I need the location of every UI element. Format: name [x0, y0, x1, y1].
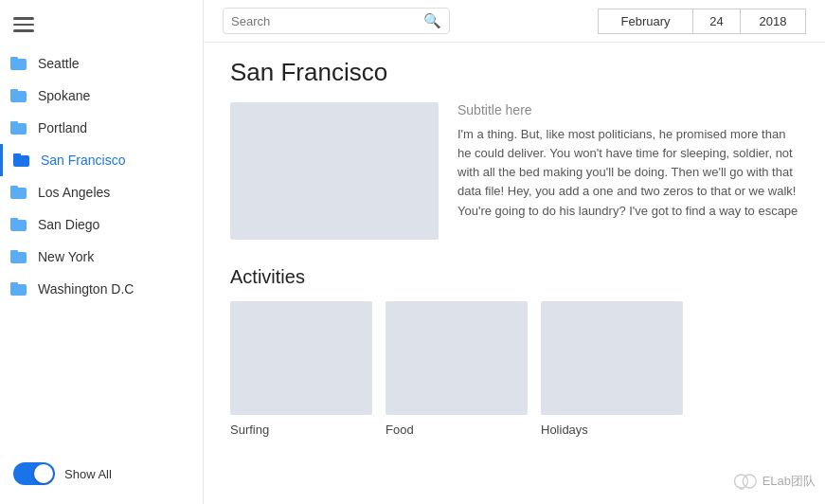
- sidebar-item-label: Seattle: [38, 56, 80, 71]
- sidebar: Seattle Spokane Portland: [0, 0, 204, 504]
- svg-point-16: [734, 475, 747, 488]
- subtitle: Subtitle here: [457, 102, 798, 117]
- sidebar-item-san-diego[interactable]: San Diego: [0, 208, 203, 241]
- sidebar-item-label: Spokane: [38, 88, 90, 103]
- sidebar-item-seattle[interactable]: Seattle: [0, 47, 203, 80]
- search-input[interactable]: [231, 14, 418, 28]
- day-field[interactable]: 24: [692, 9, 740, 34]
- sidebar-header: [0, 9, 203, 47]
- sidebar-nav: Seattle Spokane Portland: [0, 47, 203, 305]
- watermark-text: ELab团队: [762, 473, 816, 490]
- folder-icon: [12, 151, 31, 170]
- folder-icon: [9, 86, 28, 105]
- activities-section: Activities Surfing Food Holidays: [230, 266, 798, 437]
- svg-rect-9: [10, 186, 18, 189]
- sidebar-item-label: Portland: [38, 120, 87, 135]
- activities-grid: Surfing Food Holidays: [230, 301, 798, 437]
- folder-icon: [9, 215, 28, 234]
- svg-rect-7: [13, 153, 21, 157]
- city-image: [230, 102, 439, 240]
- folder-icon: [9, 118, 28, 137]
- folder-icon: [9, 183, 28, 202]
- activities-title: Activities: [230, 266, 798, 288]
- sidebar-item-washington-dc[interactable]: Washington D.C: [0, 273, 203, 305]
- activity-image: [541, 301, 683, 415]
- folder-icon: [9, 279, 28, 298]
- sidebar-item-new-york[interactable]: New York: [0, 241, 203, 273]
- show-all-toggle[interactable]: [13, 462, 55, 485]
- content-area: San Francisco Subtitle here I'm a thing.…: [204, 43, 825, 456]
- year-field[interactable]: 2018: [740, 9, 806, 34]
- folder-icon: [9, 247, 28, 266]
- city-info: Subtitle here I'm a thing. But, like mos…: [457, 102, 798, 240]
- sidebar-footer: Show All: [0, 455, 203, 493]
- svg-rect-11: [10, 218, 18, 222]
- sidebar-item-portland[interactable]: Portland: [0, 112, 203, 144]
- sidebar-item-label: San Francisco: [41, 153, 125, 168]
- sidebar-item-label: San Diego: [38, 217, 99, 232]
- activity-card[interactable]: Holidays: [541, 301, 683, 437]
- sidebar-item-los-angeles[interactable]: Los Angeles: [0, 176, 203, 208]
- svg-point-17: [743, 475, 756, 488]
- month-field[interactable]: February: [598, 9, 692, 34]
- activity-image: [386, 301, 528, 415]
- date-fields: February 24 2018: [598, 9, 806, 34]
- main-panel: 🔍 February 24 2018 San Francisco Subtitl…: [204, 0, 825, 504]
- topbar: 🔍 February 24 2018: [204, 0, 825, 43]
- sidebar-item-san-francisco[interactable]: San Francisco: [0, 144, 203, 176]
- svg-rect-15: [10, 282, 18, 286]
- city-title: San Francisco: [230, 58, 798, 87]
- search-container[interactable]: 🔍: [223, 8, 450, 34]
- sidebar-item-spokane[interactable]: Spokane: [0, 80, 203, 112]
- activity-label: Food: [386, 423, 528, 437]
- activity-label: Surfing: [230, 423, 372, 437]
- folder-icon: [9, 54, 28, 73]
- svg-rect-5: [10, 121, 18, 125]
- sidebar-item-label: Los Angeles: [38, 185, 110, 200]
- sidebar-item-label: New York: [38, 249, 94, 264]
- watermark-icon: [731, 468, 758, 495]
- sidebar-item-label: Washington D.C: [38, 281, 134, 297]
- toggle-knob: [34, 464, 53, 483]
- activity-label: Holidays: [541, 423, 683, 437]
- svg-rect-3: [10, 89, 18, 93]
- city-detail: Subtitle here I'm a thing. But, like mos…: [230, 102, 798, 240]
- svg-rect-1: [10, 57, 18, 61]
- svg-rect-13: [10, 250, 18, 254]
- activity-card[interactable]: Food: [386, 301, 528, 437]
- activity-image: [230, 301, 372, 415]
- watermark: ELab团队: [731, 468, 816, 495]
- search-icon: 🔍: [423, 12, 441, 29]
- show-all-label: Show All: [64, 467, 112, 481]
- activity-card[interactable]: Surfing: [230, 301, 372, 437]
- description: I'm a thing. But, like most politicians,…: [457, 125, 798, 221]
- menu-icon[interactable]: [13, 17, 34, 32]
